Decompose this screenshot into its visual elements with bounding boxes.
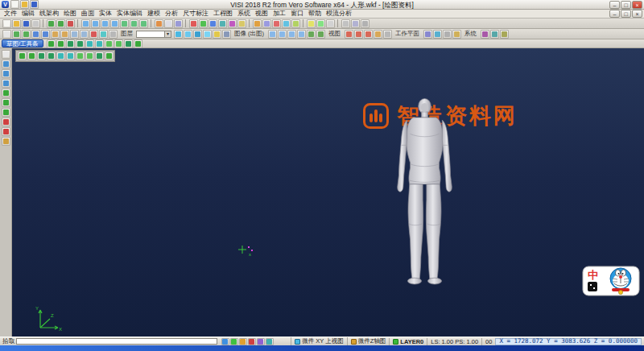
- measure-icon[interactable]: [307, 19, 316, 28]
- select-icon[interactable]: [2, 30, 11, 39]
- view-front-icon[interactable]: [278, 30, 287, 39]
- minimize-button[interactable]: –: [609, 1, 620, 9]
- sketch-fillet-icon[interactable]: [124, 39, 133, 48]
- dynamic-view-icon[interactable]: [2, 108, 10, 117]
- chevron-down-icon[interactable]: ▾: [164, 31, 171, 37]
- ortho-icon[interactable]: [239, 338, 247, 345]
- boolean-icon[interactable]: [272, 19, 281, 28]
- system-info-icon[interactable]: [433, 30, 442, 39]
- sketch-point-icon[interactable]: [85, 39, 94, 48]
- undo-icon[interactable]: [47, 19, 56, 28]
- shaded-view-icon[interactable]: [155, 19, 163, 28]
- lock-icon[interactable]: [95, 52, 104, 60]
- menu-item-16[interactable]: 模流分析: [324, 10, 354, 18]
- sketch-offset-icon[interactable]: [105, 39, 114, 48]
- unblank-icon[interactable]: [80, 30, 89, 39]
- mdi-restore-button[interactable]: □: [621, 10, 631, 18]
- mdi-close-button[interactable]: ×: [632, 10, 642, 18]
- menu-item-4[interactable]: 曲面: [79, 10, 97, 18]
- new-file-icon[interactable]: [2, 19, 11, 28]
- magnet-icon[interactable]: [266, 338, 274, 345]
- menu-item-6[interactable]: 实体编辑: [114, 10, 145, 18]
- attributes-icon[interactable]: [351, 19, 360, 28]
- target-icon[interactable]: [105, 52, 114, 60]
- light-icon[interactable]: [213, 30, 221, 39]
- chamfer-icon[interactable]: [291, 19, 300, 28]
- help-icon[interactable]: [452, 30, 461, 39]
- save-icon[interactable]: [22, 19, 31, 28]
- view-side-icon[interactable]: [287, 30, 296, 39]
- measure-tool-icon[interactable]: [2, 118, 10, 126]
- point-icon[interactable]: [189, 19, 198, 28]
- system-settings-icon[interactable]: [423, 30, 432, 39]
- human-model[interactable]: [374, 95, 475, 292]
- plane-icon[interactable]: [47, 52, 56, 60]
- print-icon[interactable]: [31, 19, 40, 28]
- menu-item-5[interactable]: 实体: [97, 10, 114, 18]
- zoom-all-icon[interactable]: [81, 19, 90, 28]
- linetype-icon[interactable]: [99, 30, 108, 39]
- axis-view-indicator[interactable]: 微件Z轴图: [347, 337, 390, 345]
- grid-snap-icon[interactable]: [230, 338, 238, 345]
- properties-icon[interactable]: [2, 137, 10, 146]
- guides-icon[interactable]: [85, 52, 94, 60]
- grid-icon[interactable]: [18, 52, 27, 60]
- command-input[interactable]: [16, 338, 217, 345]
- quick-save-icon[interactable]: [30, 0, 39, 9]
- menu-item-9[interactable]: 尺寸标注: [180, 10, 211, 18]
- menu-item-14[interactable]: 窗口: [288, 10, 306, 18]
- menu-item-1[interactable]: 编辑: [19, 10, 37, 18]
- options-icon[interactable]: [361, 19, 369, 28]
- rotate-view-icon[interactable]: [130, 19, 138, 28]
- view-top-icon[interactable]: [268, 30, 277, 39]
- sketch-line-icon[interactable]: [47, 39, 56, 48]
- sketch-circle-icon[interactable]: [66, 39, 75, 48]
- sketch-mirror-icon[interactable]: [114, 39, 123, 48]
- circle-icon[interactable]: [208, 19, 217, 28]
- filter-icon[interactable]: [31, 30, 40, 39]
- text-icon[interactable]: [326, 19, 335, 28]
- pan-icon[interactable]: [2, 60, 10, 68]
- select-arrow-icon[interactable]: [2, 50, 10, 59]
- menu-item-2[interactable]: 线架构: [37, 10, 61, 18]
- origin-icon[interactable]: [66, 52, 75, 60]
- view-iso-icon[interactable]: [297, 30, 306, 39]
- workplane-3points-icon[interactable]: [374, 30, 382, 39]
- line-icon[interactable]: [199, 19, 208, 28]
- menu-item-0[interactable]: 文件: [2, 10, 19, 18]
- sketch-dimension-icon[interactable]: [134, 39, 142, 48]
- ucs-icon[interactable]: [56, 52, 65, 60]
- redo-icon[interactable]: [56, 19, 65, 28]
- rectangle-icon[interactable]: [237, 19, 246, 28]
- render-transparent-icon[interactable]: [203, 30, 212, 39]
- maximize-button[interactable]: □: [621, 1, 631, 9]
- background-icon[interactable]: [222, 30, 231, 39]
- hidden-line-icon[interactable]: [174, 19, 183, 28]
- render-hidden-icon[interactable]: [193, 30, 202, 39]
- menu-item-15[interactable]: 帮助: [306, 10, 324, 18]
- render-wire-icon[interactable]: [184, 30, 192, 39]
- workplane-yz-icon[interactable]: [364, 30, 373, 39]
- wireframe-mode-icon[interactable]: [2, 89, 10, 97]
- workplane-reset-icon[interactable]: [383, 30, 392, 39]
- surface-icon[interactable]: [253, 19, 262, 28]
- menu-item-13[interactable]: 加工: [270, 10, 288, 18]
- ungroup-icon[interactable]: [60, 30, 69, 39]
- view-previous-icon[interactable]: [316, 30, 325, 39]
- calculator-icon[interactable]: [443, 30, 452, 39]
- mask-icon[interactable]: [41, 30, 50, 39]
- layer-indicator[interactable]: LAYER0: [389, 338, 427, 345]
- menu-item-12[interactable]: 视图: [253, 10, 270, 18]
- thickness-icon[interactable]: [109, 30, 118, 39]
- macro-icon[interactable]: [481, 30, 489, 39]
- close-button[interactable]: ×: [632, 1, 642, 9]
- spline-icon[interactable]: [228, 19, 237, 28]
- quick-new-icon[interactable]: [10, 0, 19, 9]
- solid-block-icon[interactable]: [262, 19, 271, 28]
- update-icon[interactable]: [500, 30, 509, 39]
- layer-manager-icon[interactable]: [341, 19, 350, 28]
- delete-icon[interactable]: [66, 19, 75, 28]
- arc-icon[interactable]: [218, 19, 227, 28]
- sketch-trim-icon[interactable]: [95, 39, 104, 48]
- open-file-icon[interactable]: [12, 19, 21, 28]
